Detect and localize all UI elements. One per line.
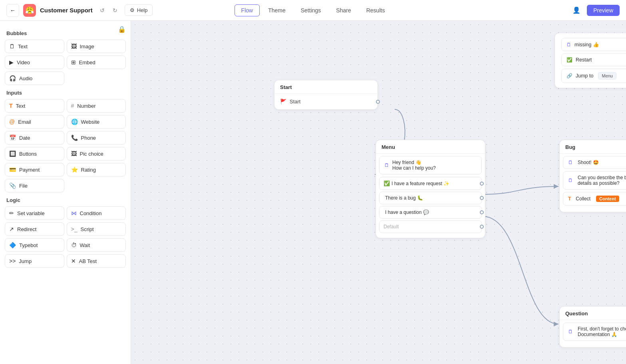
main-layout: 🔒 Bubbles 🗒Text 🖼Image ▶Video ⊞Embed 🎧Au… [0, 21, 626, 364]
lock-icon: 🔒 [118, 26, 126, 33]
jump-to-icon: 🔗 [566, 73, 572, 79]
logic-typebot[interactable]: 🔷Typebot [5, 238, 64, 252]
input-buttons[interactable]: 🔲Buttons [5, 147, 64, 160]
menu-choice-1-connector[interactable] [480, 196, 484, 200]
bug-msg-1-icon: 🗒 [568, 178, 573, 183]
bubble-audio[interactable]: 🎧Audio [5, 71, 64, 85]
input-number-icon: # [71, 103, 74, 109]
nav-share[interactable]: Share [329, 4, 358, 16]
menu-node: Menu 🗒 Hey friend 👋 How can I help you? … [376, 140, 485, 238]
redo-button[interactable]: ↻ [109, 5, 121, 16]
jump-icon: >> [9, 258, 16, 264]
check-0-icon: ✅ [384, 180, 390, 186]
start-node-header: Start [274, 80, 378, 94]
history-buttons: ↺ ↻ [97, 5, 121, 16]
set-variable-icon: ✏ [9, 210, 14, 216]
input-date-icon: 📅 [9, 135, 16, 141]
help-button[interactable]: ⚙ Help [125, 4, 153, 16]
question-node-body: 🗒 First, don't forget to check out the D… [560, 322, 626, 347]
input-pic-choice[interactable]: 🖼Pic choice [67, 147, 126, 160]
logic-jump[interactable]: >>Jump [5, 254, 64, 268]
question-row-0: 🗒 First, don't forget to check out the D… [563, 322, 626, 341]
audio-bubble-icon: 🎧 [9, 75, 16, 81]
input-payment-icon: 💳 [9, 166, 16, 173]
jump-target: Menu [598, 72, 616, 79]
restart-text: Restart [576, 57, 592, 63]
start-flag-icon: 🚩 [280, 99, 286, 105]
start-out-connector[interactable] [376, 100, 380, 104]
bubble-text[interactable]: 🗒Text [5, 40, 64, 53]
bubble-video[interactable]: ▶Video [5, 55, 64, 69]
nav-theme[interactable]: Theme [261, 4, 292, 16]
menu-node-header: Menu [376, 140, 485, 154]
input-payment[interactable]: 💳Payment [5, 163, 64, 176]
menu-message-text: Hey friend 👋 How can I help you? [392, 160, 436, 171]
menu-choice-0-connector[interactable] [480, 182, 484, 186]
restart-row: ✅ Restart [561, 53, 626, 66]
question-node: Question 🗒 First, don't forget to check … [559, 306, 626, 348]
header-left: ← 😤 Customer Support ↺ ↻ ⚙ Help [6, 4, 153, 17]
input-file-icon: 📎 [9, 182, 16, 189]
logic-ab-test[interactable]: ✕AB Test [67, 254, 126, 268]
logic-set-variable[interactable]: ✏Set variable [5, 206, 64, 220]
input-email-icon: @ [9, 119, 15, 125]
nav-flow[interactable]: Flow [235, 4, 260, 16]
bubble-image[interactable]: 🖼Image [67, 40, 126, 53]
condition-icon: ⋈ [71, 210, 77, 216]
ab-test-icon: ✕ [71, 258, 76, 264]
app-name: Customer Support [40, 7, 93, 14]
logic-title: Logic [6, 197, 126, 203]
menu-choice-1: There is a bug 🐛 [379, 192, 482, 204]
input-pic-choice-icon: 🖼 [71, 150, 77, 157]
logic-wait[interactable]: ⏱Wait [67, 238, 126, 252]
input-phone[interactable]: 📞Phone [67, 131, 126, 144]
logic-grid: ✏Set variable ⋈Condition ↗Redirect >_Scr… [5, 206, 126, 268]
logic-redirect[interactable]: ↗Redirect [5, 222, 64, 236]
wait-icon: ⏱ [71, 242, 77, 248]
menu-default-connector[interactable] [480, 225, 484, 229]
input-website[interactable]: 🌐Website [67, 115, 126, 129]
input-website-icon: 🌐 [71, 119, 78, 125]
menu-choice-2-connector[interactable] [480, 210, 484, 214]
content-badge: Content [596, 196, 619, 202]
person-icon[interactable]: 👤 [570, 4, 583, 17]
logic-script[interactable]: >_Script [67, 222, 126, 236]
bubbles-title: Bubbles [6, 30, 126, 36]
input-phone-icon: 📞 [71, 135, 78, 141]
input-buttons-icon: 🔲 [9, 150, 16, 157]
menu-node-body: 🗒 Hey friend 👋 How can I help you? ✅ I h… [376, 156, 485, 238]
typebot-icon: 🔷 [9, 242, 16, 248]
input-email[interactable]: @Email [5, 115, 64, 129]
nav-settings[interactable]: Settings [294, 4, 328, 16]
logic-condition[interactable]: ⋈Condition [67, 206, 126, 220]
input-file[interactable]: 📎File [5, 179, 64, 192]
input-text[interactable]: TText [5, 99, 64, 113]
nav-results[interactable]: Results [360, 4, 392, 16]
app-logo: 😤 [23, 4, 36, 17]
input-date[interactable]: 📅Date [5, 131, 64, 144]
image-bubble-icon: 🖼 [71, 43, 77, 49]
inputs-grid: TText #Number @Email 🌐Website 📅Date 📞Pho… [5, 99, 126, 192]
undo-button[interactable]: ↺ [97, 5, 108, 16]
text-bubble-icon: 🗒 [9, 43, 15, 49]
menu-msg-icon: 🗒 [384, 162, 389, 168]
flow-canvas[interactable]: 🗒 missing 👍 ✅ Restart 🔗 Jump to Menu [131, 21, 626, 364]
bubble-embed[interactable]: ⊞Embed [67, 55, 126, 69]
input-rating[interactable]: ⭐Rating [67, 163, 126, 176]
bubbles-grid: 🗒Text 🖼Image ▶Video ⊞Embed 🎧Audio [5, 40, 126, 85]
start-node: Start 🚩 Start [274, 80, 378, 110]
missing-text: missing 👍 [574, 42, 599, 47]
start-inner: 🚩 Start [274, 94, 378, 109]
embed-bubble-icon: ⊞ [71, 59, 76, 65]
bug-msg-0-icon: 🗒 [568, 160, 573, 165]
restart-icon: ✅ [566, 57, 572, 63]
input-rating-icon: ⭐ [71, 166, 78, 173]
sidebar: 🔒 Bubbles 🗒Text 🖼Image ▶Video ⊞Embed 🎧Au… [0, 21, 131, 364]
input-number[interactable]: #Number [67, 99, 126, 113]
bug-node-header: Bug [560, 140, 626, 154]
back-button[interactable]: ← [6, 4, 19, 17]
menu-message-row: 🗒 Hey friend 👋 How can I help you? [379, 156, 482, 174]
missing-node: 🗒 missing 👍 ✅ Restart 🔗 Jump to Menu [554, 33, 626, 88]
preview-button[interactable]: Preview [587, 5, 620, 16]
header-right: 👤 Preview [570, 4, 620, 17]
